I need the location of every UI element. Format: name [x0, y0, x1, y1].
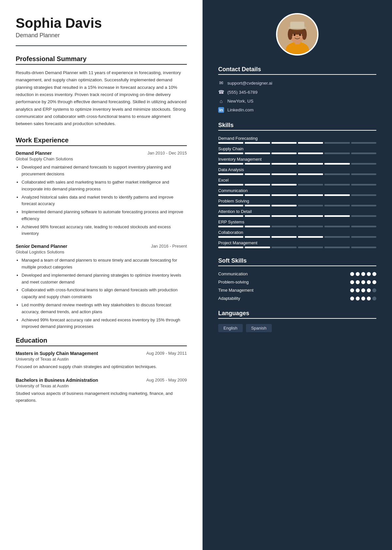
- skill-segment: [298, 226, 323, 227]
- skill-segment: [245, 226, 270, 227]
- avatar-image: [277, 13, 317, 56]
- soft-skill-dot: [372, 272, 376, 276]
- skill-segment: [218, 194, 243, 196]
- soft-skill-dot: [356, 272, 360, 276]
- job-1-company: Global Supply Chain Solutions: [16, 156, 187, 161]
- skill-segment: [298, 173, 323, 175]
- svg-point-11: [294, 34, 296, 36]
- skill-segment: [271, 205, 297, 206]
- skill-bar: [218, 236, 376, 238]
- edu-1-desc: Focused on advanced supply chain strateg…: [16, 364, 187, 370]
- skill-segment: [351, 205, 376, 206]
- skill-segment: [218, 163, 243, 165]
- soft-skill-dot: [350, 297, 354, 300]
- contact-location: ⌂ NewYork, US: [218, 98, 376, 104]
- soft-skill-name: Communication: [218, 271, 350, 276]
- edu-1-degree: Masters in Supply Chain Management: [16, 351, 98, 356]
- edu-2-header: Bachelors in Business Administration Aug…: [16, 378, 187, 383]
- soft-skill-name: Problem-solving: [218, 280, 350, 284]
- skill-item: Problem Solving: [218, 199, 376, 206]
- soft-skill-row: Adaptability: [218, 296, 376, 301]
- skill-segment: [218, 184, 243, 186]
- job-2-title: Senior Demand Planner: [16, 244, 67, 249]
- skill-segment: [324, 173, 350, 175]
- skill-bar: [218, 215, 376, 217]
- job-1-bullets: Developed and maintained demand forecast…: [16, 164, 187, 237]
- skill-segment: [324, 184, 350, 186]
- skill-bar: [218, 173, 376, 175]
- language-tags: EnglishSpanish: [218, 324, 376, 332]
- soft-skill-dot: [361, 297, 365, 300]
- contact-email: ✉ support@cvdesigner.ai: [218, 80, 376, 86]
- summary-text: Results-driven Demand Planner with 11 ye…: [16, 69, 187, 127]
- skill-segment: [271, 194, 297, 196]
- skill-segment: [324, 153, 350, 154]
- skill-segment: [245, 142, 270, 144]
- contact-linkedin-value: LinkedIn.com: [227, 107, 253, 112]
- skill-segment: [245, 247, 270, 248]
- skill-segment: [218, 173, 243, 175]
- skill-segment: [351, 163, 376, 165]
- summary-title: Professional Summary: [16, 55, 187, 65]
- skills-title: Skills: [218, 122, 376, 131]
- skill-segment: [245, 163, 270, 165]
- phone-icon: ☎: [218, 89, 224, 95]
- skill-segment: [271, 215, 297, 217]
- list-item: Developed and implemented demand plannin…: [22, 272, 187, 286]
- skill-segment: [271, 226, 297, 227]
- contact-section: Contact Details ✉ support@cvdesigner.ai …: [218, 66, 376, 113]
- skill-item: Attention to Detail: [218, 209, 376, 217]
- skill-segment: [298, 184, 323, 186]
- soft-skill-dot: [367, 288, 371, 292]
- skill-name: Excel: [218, 178, 376, 183]
- avatar-container: [218, 13, 376, 56]
- skill-segment: [351, 194, 376, 196]
- skill-segment: [324, 247, 350, 248]
- list-item: Collaborated with cross-functional teams…: [22, 287, 187, 300]
- skill-name: Project Management: [218, 240, 376, 245]
- skill-item: ERP Systems: [218, 219, 376, 227]
- soft-skill-dot: [361, 288, 365, 292]
- soft-skill-dot: [372, 280, 376, 284]
- skill-segment: [298, 215, 323, 217]
- skill-item: Excel: [218, 178, 376, 186]
- languages-title: Languages: [218, 310, 376, 319]
- skill-bar: [218, 247, 376, 248]
- skill-name: Problem Solving: [218, 199, 376, 203]
- soft-skill-dot: [367, 297, 371, 300]
- skill-bar: [218, 142, 376, 144]
- skill-name: ERP Systems: [218, 219, 376, 224]
- edu-1-header: Masters in Supply Chain Management Aug 2…: [16, 351, 187, 356]
- skill-item: Communication: [218, 188, 376, 196]
- svg-point-12: [299, 34, 301, 36]
- contact-title: Contact Details: [218, 66, 376, 75]
- skill-segment: [351, 236, 376, 238]
- soft-skill-dots: [350, 297, 376, 300]
- skill-segment: [324, 215, 350, 217]
- skill-segment: [324, 142, 350, 144]
- skill-item: Supply Chain: [218, 146, 376, 154]
- skill-segment: [218, 236, 243, 238]
- skill-segment: [324, 205, 350, 206]
- soft-skill-dot: [372, 297, 376, 300]
- skill-segment: [351, 184, 376, 186]
- job-1-dates: Jan 2010 - Dec 2015: [147, 151, 187, 155]
- soft-skill-row: Communication: [218, 271, 376, 276]
- edu-2: Bachelors in Business Administration Aug…: [16, 378, 187, 404]
- language-tag: Spanish: [246, 324, 272, 332]
- skill-name: Data Analysis: [218, 167, 376, 172]
- soft-skill-row: Time Management: [218, 288, 376, 293]
- skill-name: Attention to Detail: [218, 209, 376, 214]
- skill-segment: [298, 163, 323, 165]
- soft-skill-dot: [356, 297, 360, 300]
- skill-segment: [351, 173, 376, 175]
- skill-segment: [351, 215, 376, 217]
- svg-point-14: [292, 36, 295, 38]
- skill-name: Communication: [218, 188, 376, 193]
- skill-segment: [218, 247, 243, 248]
- soft-skill-dot: [361, 280, 365, 284]
- list-item: Implemented demand planning software to …: [22, 209, 187, 222]
- skill-item: Collaboration: [218, 230, 376, 238]
- skill-item: Demand Forecasting: [218, 136, 376, 144]
- education-title: Education: [16, 337, 187, 346]
